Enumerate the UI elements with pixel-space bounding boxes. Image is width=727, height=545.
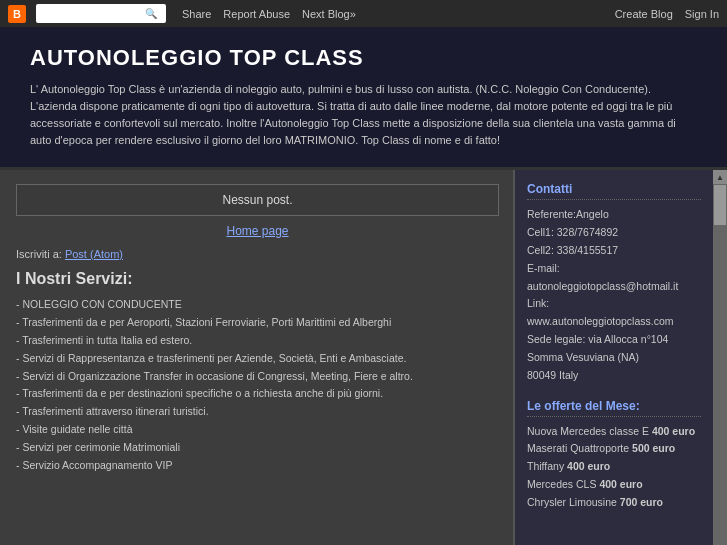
contatti-title: Contatti <box>527 182 701 200</box>
right-links: Create Blog Sign In <box>615 8 719 20</box>
service-item: - Servizi di Organizzazione Transfer in … <box>16 368 499 386</box>
contatti-section: Contatti Referente:Angelo Cell1: 328/767… <box>527 182 701 384</box>
service-item: - Trasferimenti in tutta Italia ed ester… <box>16 332 499 350</box>
blog-logo: B <box>8 5 26 23</box>
offerta-item: Chrysler Limousine 700 euro <box>527 494 701 512</box>
scrollbar[interactable]: ▲ ▼ <box>713 170 727 545</box>
scroll-up-button[interactable]: ▲ <box>713 170 727 184</box>
search-icon: 🔍 <box>145 8 157 19</box>
email-label: E-mail: <box>527 260 701 278</box>
service-item: - Visite guidate nelle città <box>16 421 499 439</box>
create-blog-link[interactable]: Create Blog <box>615 8 673 20</box>
service-item: - Servizi per cerimonie Matrimoniali <box>16 439 499 457</box>
no-post-label: Nessun post. <box>222 193 292 207</box>
service-item: - Trasferimenti attraverso itinerari tur… <box>16 403 499 421</box>
navbar: B 🔍 Share Report Abuse Next Blog» Create… <box>0 0 727 27</box>
service-item: - Servizi di Rappresentanza e trasferime… <box>16 350 499 368</box>
no-post-box: Nessun post. <box>16 184 499 216</box>
sede-label: Sede legale: via Allocca n°104 <box>527 331 701 349</box>
referente: Referente:Angelo <box>527 206 701 224</box>
page-title: AUTONOLEGGIO TOP CLASS <box>30 45 697 71</box>
sign-in-link[interactable]: Sign In <box>685 8 719 20</box>
postal-label: 80049 Italy <box>527 367 701 385</box>
home-page-link[interactable]: Home page <box>226 224 288 238</box>
city-label: Somma Vesuviana (NA) <box>527 349 701 367</box>
search-input[interactable] <box>40 8 145 20</box>
contatti-content: Referente:Angelo Cell1: 328/7674892 Cell… <box>527 206 701 384</box>
service-item: - Servizio Accompagnamento VIP <box>16 457 499 475</box>
offerta-item: Nuova Mercedes classe E 400 euro <box>527 423 701 441</box>
subscribe-prefix: Iscriviti a: <box>16 248 65 260</box>
subscribe-line: Iscriviti a: Post (Atom) <box>16 248 499 260</box>
service-item: - Trasferimenti da e per destinazioni sp… <box>16 385 499 403</box>
scroll-track <box>713 184 727 545</box>
service-item: - NOLEGGIO CON CONDUCENTE <box>16 296 499 314</box>
cell1: Cell1: 328/7674892 <box>527 224 701 242</box>
main-column: Nessun post. Home page Iscriviti a: Post… <box>0 170 513 545</box>
services-title: I Nostri Servizi: <box>16 270 499 288</box>
offerta-item: Maserati Quattroporte 500 euro <box>527 440 701 458</box>
page-header: AUTONOLEGGIO TOP CLASS L' Autonoleggio T… <box>0 27 727 170</box>
offerte-title: Le offerte del Mese: <box>527 399 701 417</box>
offerta-item: Mercedes CLS 400 euro <box>527 476 701 494</box>
share-link[interactable]: Share <box>182 8 211 20</box>
offerte-section: Le offerte del Mese: Nuova Mercedes clas… <box>527 399 701 512</box>
next-blog-link[interactable]: Next Blog» <box>302 8 356 20</box>
atom-feed-link[interactable]: Post (Atom) <box>65 248 123 260</box>
report-abuse-link[interactable]: Report Abuse <box>223 8 290 20</box>
link-label: Link: <box>527 295 701 313</box>
link-value: www.autonoleggiotopclass.com <box>527 313 701 331</box>
sidebar: Contatti Referente:Angelo Cell1: 328/767… <box>513 170 713 545</box>
offerte-content: Nuova Mercedes classe E 400 euroMaserati… <box>527 423 701 512</box>
service-item: - Trasferimenti da e per Aeroporti, Staz… <box>16 314 499 332</box>
email-value: autonoleggiotopclass@hotmail.it <box>527 278 701 296</box>
services-list: - NOLEGGIO CON CONDUCENTE- Trasferimenti… <box>16 296 499 474</box>
search-bar[interactable]: 🔍 <box>36 4 166 23</box>
nav-links: Share Report Abuse Next Blog» <box>182 8 356 20</box>
offerta-item: Thiffany 400 euro <box>527 458 701 476</box>
scroll-thumb[interactable] <box>714 185 726 225</box>
header-description: L' Autonoleggio Top Class è un'azienda d… <box>30 81 697 149</box>
content-area: Nessun post. Home page Iscriviti a: Post… <box>0 170 727 545</box>
home-page-section: Home page <box>16 224 499 238</box>
main-wrapper: AUTONOLEGGIO TOP CLASS L' Autonoleggio T… <box>0 27 727 545</box>
cell2: Cell2: 338/4155517 <box>527 242 701 260</box>
